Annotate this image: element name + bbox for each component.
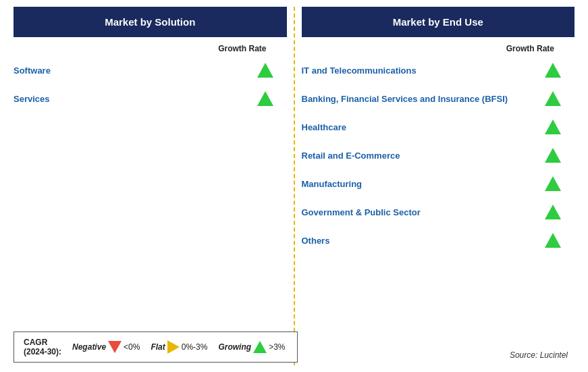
list-item: Retail and E-Commerce [302, 141, 575, 169]
left-growth-label: Growth Rate [14, 44, 287, 53]
item-label-bfsi: Banking, Financial Services and Insuranc… [302, 94, 545, 104]
legend-pct-flat: 0%-3% [182, 342, 208, 352]
arrow-up-icon [545, 176, 561, 191]
item-label-it-telecom: IT and Telecommunications [302, 65, 545, 76]
legend-label-growing: Growing [218, 342, 251, 352]
legend-pct-growing: >3% [269, 342, 285, 352]
list-item: Software [14, 56, 287, 84]
legend-box: CAGR(2024-30): Negative <0% Flat 0%-3% G… [14, 331, 298, 363]
legend-item-growing: Growing >3% [218, 341, 285, 353]
list-item: Government & Public Sector [302, 198, 575, 226]
item-label-others: Others [302, 236, 545, 246]
item-label-retail: Retail and E-Commerce [302, 151, 545, 161]
source-label: Source: Lucintel [510, 350, 568, 360]
item-label-government: Government & Public Sector [302, 207, 545, 217]
panel-divider [294, 7, 295, 365]
left-items-section: Software Services [14, 56, 287, 365]
arrow-up-icon [545, 148, 561, 163]
item-label-healthcare: Healthcare [302, 122, 545, 132]
list-item: Services [14, 84, 287, 113]
arrow-up-icon [545, 233, 561, 248]
item-label-services: Services [14, 94, 257, 104]
arrow-up-icon [257, 63, 273, 78]
arrow-up-icon [545, 205, 561, 219]
legend-cagr-label: CAGR(2024-30): [24, 338, 61, 356]
legend-item-flat: Flat 0%-3% [151, 340, 207, 354]
legend-item-negative: Negative <0% [72, 341, 140, 353]
legend-label-negative: Negative [72, 342, 106, 352]
arrow-up-icon [545, 91, 561, 106]
list-item: IT and Telecommunications [302, 56, 575, 84]
legend-pct-negative: <0% [124, 342, 140, 352]
right-growth-label: Growth Rate [302, 44, 575, 53]
list-item: Banking, Financial Services and Insuranc… [302, 84, 575, 113]
list-item: Healthcare [302, 113, 575, 141]
right-items-section: IT and Telecommunications Banking, Finan… [302, 56, 575, 365]
item-label-manufacturing: Manufacturing [302, 179, 545, 189]
right-panel-header: Market by End Use [302, 7, 575, 37]
list-item: Others [302, 226, 575, 255]
arrow-up-icon [257, 91, 273, 106]
left-panel-header: Market by Solution [14, 7, 287, 37]
list-item: Manufacturing [302, 169, 575, 198]
item-label-software: Software [14, 65, 257, 76]
arrow-up-icon [545, 119, 561, 134]
arrow-down-red-icon [108, 341, 122, 353]
arrow-up-icon [545, 63, 561, 78]
legend-label-flat: Flat [151, 342, 165, 352]
arrow-right-yellow-icon [167, 340, 180, 354]
arrow-up-green-icon [253, 341, 267, 353]
